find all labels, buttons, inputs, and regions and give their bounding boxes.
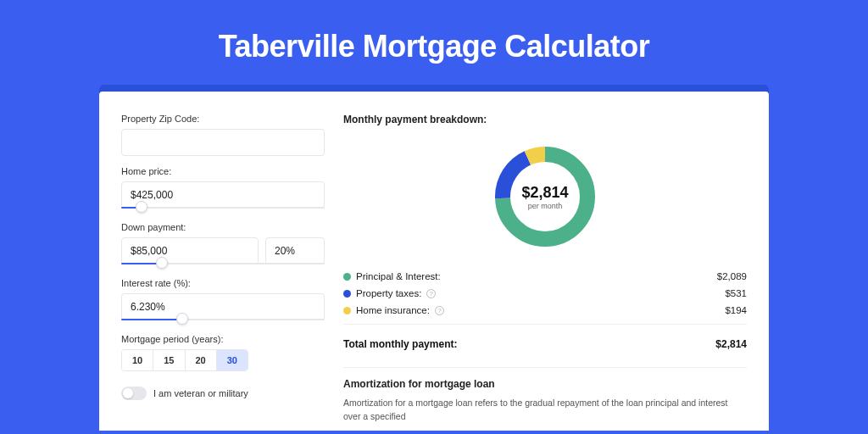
home-price-slider[interactable]	[121, 203, 325, 212]
info-icon[interactable]: ?	[426, 289, 436, 298]
legend-dot	[343, 290, 351, 298]
down-payment-group: Down payment:	[121, 222, 325, 268]
slider-thumb[interactable]	[136, 201, 147, 213]
mortgage-period-group: Mortgage period (years): 10152030	[121, 334, 325, 371]
legend-row: Home insurance:?$194	[343, 305, 747, 315]
legend-label: Home insurance:	[356, 305, 430, 315]
legend: Principal & Interest:$2,089Property taxe…	[343, 271, 747, 325]
slider-thumb[interactable]	[176, 313, 188, 325]
toggle-knob	[123, 388, 133, 398]
down-payment-slider[interactable]	[121, 259, 325, 268]
donut-chart: $2,814 per month	[491, 142, 599, 251]
legend-row: Property taxes:?$531	[343, 288, 747, 298]
down-payment-label: Down payment:	[121, 222, 325, 232]
total-label: Total monthly payment:	[343, 338, 457, 350]
breakdown-column: Monthly payment breakdown: $2,814 per mo…	[343, 114, 747, 431]
period-button-15[interactable]: 15	[153, 350, 185, 370]
period-button-30[interactable]: 30	[217, 350, 248, 370]
info-icon[interactable]: ?	[435, 306, 444, 315]
donut-chart-area: $2,814 per month	[343, 137, 747, 259]
interest-rate-group: Interest rate (%):	[121, 278, 325, 324]
amortization-title: Amortization for mortgage loan	[343, 378, 747, 390]
period-button-group: 10152030	[121, 349, 248, 371]
input-form: Property Zip Code: Home price: Down paym…	[121, 114, 325, 431]
slider-thumb[interactable]	[156, 257, 168, 269]
legend-dot	[343, 273, 351, 281]
amortization-section: Amortization for mortgage loan Amortizat…	[343, 367, 747, 424]
legend-label: Property taxes:	[356, 288, 421, 298]
panel-outer: Property Zip Code: Home price: Down paym…	[99, 85, 769, 431]
legend-label: Principal & Interest:	[356, 271, 441, 281]
interest-rate-label: Interest rate (%):	[121, 278, 325, 288]
donut-subtext: per month	[528, 202, 563, 210]
zip-input[interactable]	[121, 129, 325, 156]
donut-center: $2,814 per month	[491, 142, 599, 251]
veteran-label: I am veteran or military	[153, 388, 248, 398]
legend-value: $194	[725, 305, 747, 315]
mortgage-period-label: Mortgage period (years):	[121, 334, 325, 344]
calculator-panel: Property Zip Code: Home price: Down paym…	[99, 92, 769, 431]
home-price-group: Home price:	[121, 166, 325, 212]
zip-field-group: Property Zip Code:	[121, 114, 325, 156]
interest-rate-slider[interactable]	[121, 315, 325, 324]
total-value: $2,814	[715, 338, 747, 350]
period-button-20[interactable]: 20	[186, 350, 217, 370]
page-title: Taberville Mortgage Calculator	[0, 29, 868, 64]
zip-label: Property Zip Code:	[121, 114, 325, 124]
hero: Taberville Mortgage Calculator	[0, 0, 868, 85]
veteran-toggle-row: I am veteran or military	[121, 387, 325, 400]
legend-value: $531	[725, 288, 747, 298]
veteran-toggle[interactable]	[121, 387, 147, 400]
legend-row: Principal & Interest:$2,089	[343, 271, 747, 281]
home-price-label: Home price:	[121, 166, 325, 176]
legend-dot	[343, 307, 351, 314]
amortization-body: Amortization for a mortgage loan refers …	[343, 397, 747, 424]
period-button-10[interactable]: 10	[122, 350, 153, 370]
legend-value: $2,089	[717, 271, 747, 281]
donut-amount: $2,814	[521, 184, 568, 202]
total-row: Total monthly payment: $2,814	[343, 337, 747, 355]
breakdown-title: Monthly payment breakdown:	[343, 114, 747, 125]
